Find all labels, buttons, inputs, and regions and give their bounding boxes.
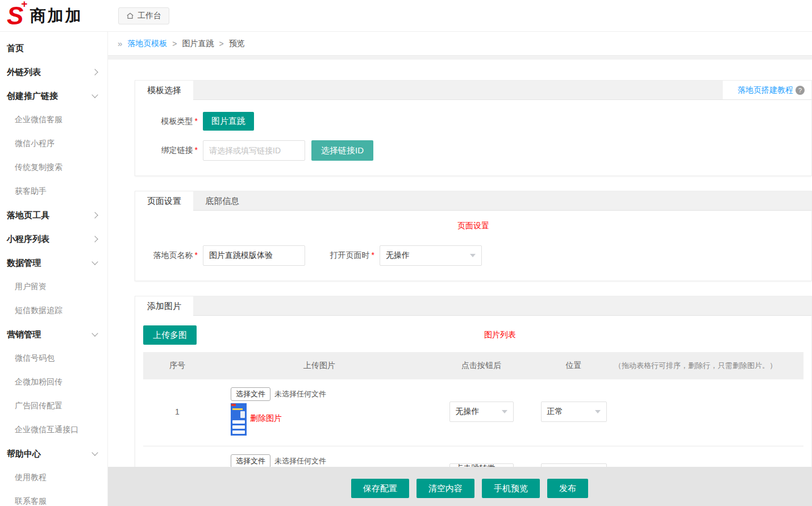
divider-strip: [108, 56, 812, 60]
sidebar-item-wecom-service[interactable]: 企业微信客服: [0, 108, 107, 132]
logo-s-icon: S+: [7, 5, 30, 27]
sidebar-item-wecom-interop-api[interactable]: 企业微信互通接口: [0, 418, 107, 442]
click-action-select[interactable]: 无操作: [449, 402, 514, 422]
sidebar-item-miniprogram-list[interactable]: 小程序列表: [0, 227, 107, 251]
template-select-card: 模板选择 落地页搭建教程 ? 模板类型* 图片直跳 绑定链接*: [135, 80, 812, 176]
page-settings-section-title: 页面设置: [135, 221, 811, 231]
caret-down-icon: [595, 410, 601, 413]
question-icon[interactable]: ?: [796, 86, 805, 95]
landing-page-thumbnail-image[interactable]: [231, 403, 247, 436]
home-icon: [126, 12, 134, 20]
required-asterisk: *: [195, 145, 198, 154]
sidebar-item-sms-tracking[interactable]: 短信数据追踪: [0, 299, 107, 323]
chevron-right-icon: [91, 212, 98, 218]
header-action: 点击按钮后: [427, 361, 535, 371]
choose-link-id-button[interactable]: 选择链接ID: [311, 140, 373, 161]
table-row: 1 选择文件 未选择任何文件 删除图片: [143, 379, 803, 446]
workbench-label: 工作台: [138, 11, 161, 21]
chevron-down-icon: [91, 258, 98, 265]
sidebar-item-user-leads[interactable]: 用户留资: [0, 275, 107, 299]
landing-tutorial-link[interactable]: 落地页搭建教程: [738, 85, 793, 95]
chevron-right-icon: [91, 236, 98, 242]
tab-page-settings[interactable]: 页面设置: [135, 191, 193, 211]
sidebar-item-landing-tools[interactable]: 落地页工具: [0, 203, 107, 227]
top-bar: S+ 商加加 工作台: [0, 0, 812, 32]
brand-name: 商加加: [30, 5, 82, 27]
link-id-input[interactable]: [203, 140, 305, 161]
required-asterisk: *: [195, 250, 198, 260]
app-window: S+ 商加加 工作台 首页 外链列表 创建推广链接 企业微信客服 微信小程序 传…: [0, 0, 812, 506]
mobile-preview-button[interactable]: 手机预览: [482, 479, 540, 498]
header-seq: 序号: [143, 361, 211, 371]
sidebar-item-home[interactable]: 首页: [0, 36, 107, 60]
sidebar-item-wecom-fans-callback[interactable]: 企微加粉回传: [0, 370, 107, 394]
sidebar-item-data-management[interactable]: 数据管理: [0, 251, 107, 275]
add-images-tabbar: 添加图片: [135, 296, 811, 316]
workbench-button[interactable]: 工作台: [118, 7, 169, 24]
file-status-text: 未选择任何文件: [274, 389, 326, 399]
row-upload-cell: 选择文件 未选择任何文件 删除图片: [211, 387, 427, 436]
footer-action-bar: 保存配置 清空内容 手机预览 发布: [108, 467, 812, 506]
breadcrumb-item-image-jump: 图片直跳: [182, 39, 214, 49]
template-type-label: 模板类型*: [135, 116, 198, 127]
sidebar-item-ad-callback-config[interactable]: 广告回传配置: [0, 394, 107, 418]
brand-logo: S+ 商加加: [0, 5, 108, 27]
template-type-button[interactable]: 图片直跳: [203, 112, 254, 131]
main-content: » 落地页模板 > 图片直跳 > 预览 模板选择 落地页搭建教程 ?: [108, 32, 812, 506]
image-list-title: 图片列表: [197, 330, 803, 340]
breadcrumb-link-landing-templates[interactable]: 落地页模板: [127, 39, 167, 49]
sidebar-item-wechat-number-pack[interactable]: 微信号码包: [0, 346, 107, 370]
content-panel: 模板选择 落地页搭建教程 ? 模板类型* 图片直跳 绑定链接*: [108, 60, 812, 506]
landing-name-input[interactable]: [203, 245, 305, 266]
tab-footer-info[interactable]: 底部信息: [193, 191, 251, 210]
tab-template-select[interactable]: 模板选择: [135, 81, 193, 101]
bind-link-label: 绑定链接*: [135, 145, 198, 156]
sidebar-item-wechat-miniprogram[interactable]: 微信小程序: [0, 132, 107, 156]
required-asterisk: *: [372, 250, 374, 260]
publish-button[interactable]: 发布: [547, 479, 588, 498]
images-table-header: 序号 上传图片 点击按钮后 位置 （拖动表格行可排序，删除行，只需删除图片。）: [143, 352, 803, 379]
choose-file-button[interactable]: 选择文件: [231, 387, 270, 401]
template-select-tabbar: 模板选择 落地页搭建教程 ?: [135, 81, 811, 100]
sidebar-item-contact-support[interactable]: 联系客服: [0, 490, 107, 506]
page-settings-card: 页面设置 底部信息 页面设置 落地页名称* 打开页面时* 无操作: [135, 191, 812, 281]
chevron-right-icon: [91, 69, 98, 75]
chevron-down-icon: [91, 91, 98, 98]
images-toolbar: 上传多图 图片列表: [143, 325, 803, 345]
upload-multi-button[interactable]: 上传多图: [143, 325, 197, 345]
header-upload: 上传图片: [211, 361, 427, 371]
sidebar-item-external-links[interactable]: 外链列表: [0, 60, 107, 84]
position-select[interactable]: 正常: [541, 402, 607, 422]
chevron-down-icon: [91, 449, 98, 455]
open-page-select[interactable]: 无操作: [380, 245, 482, 266]
sidebar-item-marketing[interactable]: 营销管理: [0, 323, 107, 346]
sidebar-item-copy-search[interactable]: 传统复制搜索: [0, 156, 107, 179]
header-note: （拖动表格行可排序，删除行，只需删除图片。）: [612, 361, 803, 371]
required-asterisk: *: [195, 116, 198, 126]
choose-file-button[interactable]: 选择文件: [231, 454, 270, 468]
save-config-button[interactable]: 保存配置: [351, 479, 409, 498]
breadcrumb-item-preview: 预览: [229, 39, 245, 49]
sidebar-nav: 首页 外链列表 创建推广链接 企业微信客服 微信小程序 传统复制搜索 获客助手 …: [0, 32, 108, 506]
open-page-label: 打开页面时*: [320, 250, 374, 261]
page-settings-tabbar: 页面设置 底部信息: [135, 191, 811, 211]
header-position: 位置: [535, 361, 612, 371]
breadcrumb-arrows-icon: »: [118, 39, 122, 48]
delete-image-link[interactable]: 删除图片: [250, 413, 282, 424]
row-seq: 1: [143, 387, 211, 436]
sidebar-item-help-center[interactable]: 帮助中心: [0, 442, 107, 466]
caret-down-icon: [502, 410, 507, 413]
breadcrumb: » 落地页模板 > 图片直跳 > 预览: [108, 32, 812, 56]
file-status-text: 未选择任何文件: [274, 456, 326, 466]
caret-down-icon: [470, 254, 476, 257]
tutorial-link-area: 落地页搭建教程 ?: [723, 81, 811, 99]
landing-name-label: 落地页名称*: [135, 250, 198, 261]
clear-content-button[interactable]: 清空内容: [417, 479, 474, 498]
sidebar-item-customer-assistant[interactable]: 获客助手: [0, 179, 107, 203]
tab-add-images[interactable]: 添加图片: [135, 296, 193, 316]
sidebar-item-create-promo-link[interactable]: 创建推广链接: [0, 84, 107, 108]
sidebar-item-tutorial[interactable]: 使用教程: [0, 466, 107, 490]
chevron-down-icon: [91, 330, 98, 336]
